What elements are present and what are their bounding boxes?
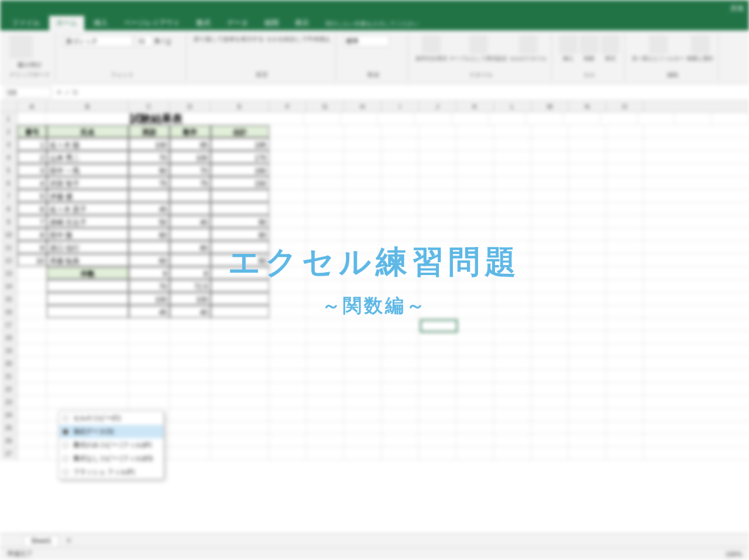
italic-button[interactable]: I xyxy=(162,37,164,44)
cell[interactable] xyxy=(382,305,419,318)
cell[interactable] xyxy=(456,228,494,241)
cell[interactable]: 赤崎 百合子 xyxy=(47,215,129,228)
cell[interactable] xyxy=(456,125,494,138)
cell[interactable] xyxy=(47,331,129,343)
cell[interactable] xyxy=(494,177,531,189)
cell[interactable] xyxy=(606,254,644,266)
cell[interactable] xyxy=(494,125,531,138)
cell[interactable] xyxy=(170,318,211,331)
cell[interactable] xyxy=(569,305,606,318)
cell[interactable]: 7 xyxy=(18,215,47,228)
cell[interactable] xyxy=(211,357,269,369)
cell[interactable] xyxy=(419,357,456,369)
tell-me-box[interactable]: 実行したい作業を入力してください xyxy=(318,18,426,30)
cell[interactable]: 50 xyxy=(129,215,170,228)
cell[interactable] xyxy=(269,177,307,189)
cell[interactable] xyxy=(269,190,307,202)
cell[interactable] xyxy=(18,447,47,459)
cell[interactable] xyxy=(344,202,382,215)
cell[interactable] xyxy=(269,357,307,369)
cell[interactable] xyxy=(419,305,456,318)
col-header-H[interactable]: H xyxy=(344,101,382,112)
cell[interactable] xyxy=(531,177,569,189)
cell[interactable]: 170 xyxy=(211,151,269,163)
cell[interactable] xyxy=(456,202,494,215)
cell[interactable]: 185 xyxy=(211,138,269,150)
col-header-M[interactable]: M xyxy=(531,101,569,112)
cell[interactable] xyxy=(712,112,748,125)
cell[interactable] xyxy=(344,421,382,434)
cell[interactable] xyxy=(211,202,269,215)
cell[interactable] xyxy=(419,228,456,241)
cell[interactable] xyxy=(569,408,606,421)
cell[interactable] xyxy=(606,241,644,253)
cell[interactable] xyxy=(269,331,307,343)
cell[interactable] xyxy=(47,370,129,382)
cell[interactable] xyxy=(419,164,456,176)
cell[interactable] xyxy=(419,125,456,138)
cell[interactable] xyxy=(494,202,531,215)
cell[interactable] xyxy=(307,434,344,446)
cell[interactable] xyxy=(47,305,129,318)
sort-filter-button[interactable] xyxy=(649,35,668,54)
cell[interactable] xyxy=(456,177,494,189)
cell[interactable] xyxy=(382,421,419,434)
cell[interactable]: 9 xyxy=(129,267,170,279)
col-header-I[interactable]: I xyxy=(382,101,419,112)
cell[interactable] xyxy=(419,344,456,356)
cell[interactable]: 伊藤 優 xyxy=(47,190,129,202)
cell[interactable] xyxy=(494,396,531,408)
cell[interactable] xyxy=(382,177,419,189)
cell[interactable] xyxy=(307,164,344,176)
cell[interactable] xyxy=(307,370,344,382)
cell[interactable] xyxy=(494,138,531,150)
cell[interactable] xyxy=(129,396,170,408)
cell[interactable]: 佐々木 陽 xyxy=(47,138,129,150)
cell[interactable]: 100 xyxy=(170,151,211,163)
cell[interactable] xyxy=(606,202,644,215)
cell[interactable] xyxy=(382,344,419,356)
cell[interactable] xyxy=(18,293,47,305)
cell[interactable] xyxy=(170,357,211,369)
cell[interactable] xyxy=(18,421,47,434)
cell[interactable] xyxy=(419,151,456,163)
cell[interactable] xyxy=(419,421,456,434)
cell[interactable] xyxy=(269,318,307,331)
cell[interactable] xyxy=(269,202,307,215)
cell[interactable] xyxy=(18,370,47,382)
cell[interactable] xyxy=(269,383,307,395)
row-header[interactable]: 6 xyxy=(0,177,18,189)
cell[interactable] xyxy=(170,383,211,395)
tab-insert[interactable]: 挿入 xyxy=(87,16,115,30)
cell[interactable] xyxy=(211,396,269,408)
cell[interactable] xyxy=(269,293,307,305)
cell[interactable]: 45 xyxy=(129,202,170,215)
cell[interactable] xyxy=(606,383,644,395)
row-header[interactable]: 16 xyxy=(0,305,18,318)
cell[interactable] xyxy=(307,408,344,421)
cell[interactable] xyxy=(456,293,494,305)
cell[interactable]: 80 xyxy=(129,228,170,241)
cell[interactable] xyxy=(456,164,494,176)
table-format-button[interactable] xyxy=(469,35,488,54)
cell[interactable] xyxy=(211,305,269,318)
cell[interactable] xyxy=(494,293,531,305)
cell[interactable] xyxy=(129,190,170,202)
cell[interactable] xyxy=(269,447,307,459)
cell[interactable] xyxy=(170,254,211,266)
cell[interactable] xyxy=(266,112,303,125)
cell[interactable] xyxy=(307,383,344,395)
cell[interactable] xyxy=(47,293,129,305)
cell[interactable] xyxy=(569,331,606,343)
cell[interactable] xyxy=(494,190,531,202)
cell[interactable]: 40 xyxy=(170,305,211,318)
cell[interactable] xyxy=(307,396,344,408)
col-header-D[interactable]: D xyxy=(170,101,211,112)
cell[interactable] xyxy=(18,434,47,446)
cell[interactable] xyxy=(531,202,569,215)
cell[interactable] xyxy=(494,344,531,356)
cell[interactable] xyxy=(269,305,307,318)
cell[interactable] xyxy=(531,396,569,408)
cell[interactable] xyxy=(269,228,307,241)
cell[interactable] xyxy=(211,434,269,446)
